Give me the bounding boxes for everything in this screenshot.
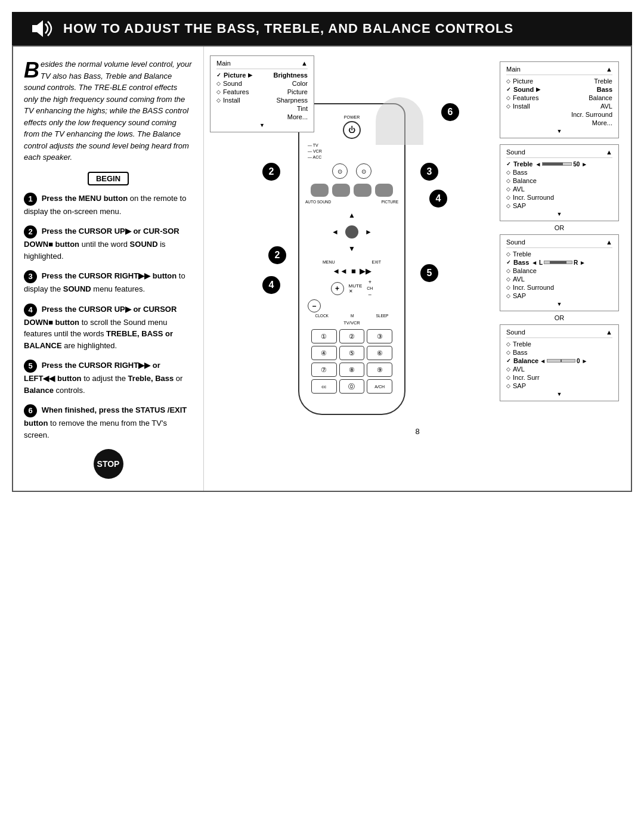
step-1: 1 Press the MENU button on the remote to… <box>24 193 193 218</box>
num-9[interactable]: ⑨ <box>367 363 392 377</box>
sound-menu-bass: Sound ▲ ◇ Treble ✓ Bass ◄ L R ► <box>500 234 619 311</box>
vol-minus-btn[interactable]: – <box>308 299 321 312</box>
num-1[interactable]: ① <box>311 329 337 343</box>
tv-menu2-arrow-up: ▲ <box>606 66 612 73</box>
ch-up[interactable]: + <box>369 279 371 285</box>
num-3[interactable]: ③ <box>367 329 392 343</box>
tv-menu2-features: ◇ Features Balance <box>506 94 612 102</box>
dpad-up[interactable]: ▲ <box>343 207 360 224</box>
step-1-text-bold: Press the MENU button <box>42 194 128 203</box>
big-btn-3[interactable] <box>354 184 371 197</box>
vol-ch-row: + MUTE✕ + CH – <box>299 277 404 299</box>
tv-menu2-title: Main <box>506 66 521 73</box>
step-3: 3 Press the CURSOR RIGHT▶▶ button to dis… <box>24 270 193 295</box>
big-btn-2[interactable] <box>332 184 350 197</box>
sound-balance-incr: ◇ Incr. Surr <box>506 373 612 382</box>
num-8[interactable]: ⑧ <box>339 363 365 377</box>
auto-sound-picture-labels: AUTO SOUND PICTURE <box>299 199 404 205</box>
step-circle-4: 4 <box>262 276 280 294</box>
icon-btn-1[interactable]: ⊙ <box>332 163 348 179</box>
num-2[interactable]: ② <box>339 329 365 343</box>
rew-btn[interactable]: ◄◄ <box>332 267 348 275</box>
diamond-icon: ◇ <box>216 80 221 86</box>
step-circle-5: 5 <box>420 264 438 282</box>
diamond-icon: ◇ <box>216 97 221 103</box>
big-btn-4[interactable] <box>375 184 393 197</box>
menu-exit-labels: MENU EXIT <box>299 259 404 265</box>
step-5: 5 Press the CURSOR RIGHT▶▶ or LEFT◀◀ but… <box>24 360 193 396</box>
step-2: 2 Press the CURSOR UP▶ or CUR-SOR DOWN■ … <box>24 225 193 262</box>
bass-slider <box>544 261 572 264</box>
acc-label: — ACC <box>308 154 396 160</box>
sound-treble-balance: ◇ Balance <box>506 176 612 185</box>
num-7[interactable]: ⑦ <box>311 363 337 377</box>
sound-menu-balance: Sound ▲ ◇ Treble ◇ Bass ✓ Balance ◄ <box>500 324 619 401</box>
left-panel: B esides the normal volume level control… <box>13 47 204 491</box>
sound-bass-treble: ◇ Treble <box>506 250 612 258</box>
dpad-left[interactable]: ◄ <box>327 224 343 240</box>
page-number: 8 <box>204 421 631 442</box>
sleep-label: SLEEP <box>376 314 388 318</box>
remote-body: POWER ⏻ — TV — VCR — ACC ⊙ ⊙ <box>298 103 405 415</box>
tv-menu2-install: ◇ Install AVL <box>506 102 612 110</box>
power-button[interactable]: ⏻ <box>343 121 361 139</box>
sound-bass-balance: ◇ Balance <box>506 267 612 275</box>
big-btns-row <box>299 181 404 199</box>
step-3-num: 3 <box>24 270 37 283</box>
dpad-container: ▲ ◄ ► ▼ <box>299 205 404 259</box>
sound-balance-bass: ◇ Bass <box>506 348 612 357</box>
step-circle-2b: 2 <box>268 246 286 264</box>
sound-bass-incr: ◇ Incr. Surround <box>506 283 612 292</box>
dpad-right[interactable]: ► <box>360 224 377 240</box>
vcr-label: — VCR <box>308 148 396 154</box>
ch-down[interactable]: – <box>369 292 371 298</box>
sound-menu-treble: Sound ▲ ✓ Treble ◄ 50 ► ◇ Bass <box>500 144 619 221</box>
num-5[interactable]: ⑤ <box>339 346 365 360</box>
num-6[interactable]: ⑥ <box>367 346 392 360</box>
icon-btns-row: ⊙ ⊙ <box>299 161 404 181</box>
num-cc[interactable]: cc <box>311 379 337 394</box>
stop-btn[interactable]: ■ <box>351 267 356 275</box>
num-4[interactable]: ④ <box>311 346 337 360</box>
dpad-center[interactable] <box>343 224 360 240</box>
numpad: ① ② ③ ④ ⑤ ⑥ ⑦ ⑧ ⑨ cc ⓪ A/CH <box>299 327 404 396</box>
dpad-down[interactable]: ▼ <box>343 240 360 257</box>
icon-btn-2[interactable]: ⊙ <box>356 163 371 179</box>
num-0[interactable]: ⓪ <box>339 379 365 394</box>
tv-menu1-item-features: ◇ Features Picture <box>216 88 308 96</box>
sound-menu-balance-title: Sound <box>506 329 525 336</box>
menus-column: Main ▲ ◇ Picture Treble ✓ Sound ▶ Bass <box>500 55 625 415</box>
page-title: How to Adjust the Bass, Treble, and Bala… <box>63 21 513 36</box>
vol-spacer: MUTE✕ <box>349 283 363 294</box>
dpad-blank-br <box>360 240 377 257</box>
tv-menu1-item-tint: Tint <box>216 104 308 113</box>
vol-plus-btn[interactable]: + <box>331 282 344 295</box>
menu-label: MENU <box>323 260 335 264</box>
check-icon: ✓ <box>216 72 221 78</box>
page-header: How to Adjust the Bass, Treble, and Bala… <box>12 12 632 45</box>
or-label-2: OR <box>500 314 619 321</box>
dpad-blank-tr <box>360 207 377 224</box>
num-ach[interactable]: A/CH <box>367 379 392 394</box>
sound-menu-bass-title: Sound <box>506 239 525 246</box>
tv-menu1-item-picture: ✓ Picture ▶ Brightness <box>216 71 308 79</box>
step-circle-4r: 4 <box>429 190 447 208</box>
step-circle-6: 6 <box>441 103 459 121</box>
big-btn-1[interactable] <box>311 184 329 197</box>
intro-body: esides the normal volume level control, … <box>24 60 192 162</box>
tv-menu1-item-sound: ◇ Sound Color <box>216 79 308 88</box>
tv-menu-1: Main ▲ ✓ Picture ▶ Brightness ◇ Sound Co… <box>210 55 314 132</box>
tv-menu2-incr: Incr. Surround <box>506 110 612 119</box>
step-4: 4 Press the CURSOR UP▶ or CURSOR DOWN■ b… <box>24 304 193 352</box>
stop-badge: STOP <box>94 449 123 479</box>
sound-treble-arrow-down: ▼ <box>506 211 612 217</box>
sound-treble-avl: ◇ AVL <box>506 185 612 193</box>
decorative-arc <box>376 97 423 145</box>
step-1-num: 1 <box>24 193 37 206</box>
picture-label: PICTURE <box>381 200 398 204</box>
tv-menu2-sound: ✓ Sound ▶ Bass <box>506 85 612 94</box>
sound-bass-bass: ✓ Bass ◄ L R ► <box>506 258 612 267</box>
svg-marker-0 <box>32 20 43 37</box>
sound-treble-sap: ◇ SAP <box>506 202 612 210</box>
fwd-btn[interactable]: ▶▶ <box>360 267 371 275</box>
